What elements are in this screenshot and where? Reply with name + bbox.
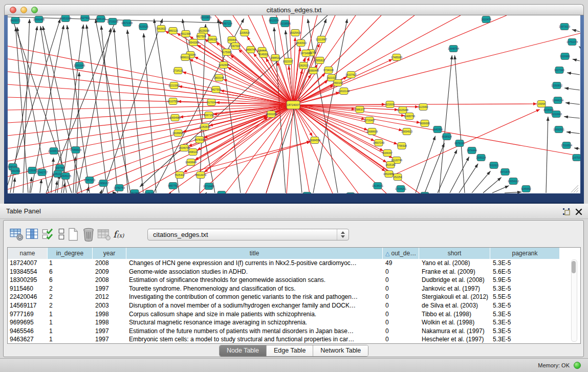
table-cell: Estimation of significance thresholds fo…: [126, 276, 383, 285]
node-label: 1640954: [432, 128, 443, 131]
dropdown-stepper-icon: [337, 229, 349, 240]
node-label: 19218596: [279, 22, 291, 25]
node-label: 16107554: [167, 100, 179, 103]
table-header-row: namein_degreeyeartitle△out_de…shortpager…: [8, 248, 580, 259]
close-panel-icon[interactable]: [575, 208, 583, 216]
table-vertical-scrollbar[interactable]: [571, 259, 577, 342]
table-cell: 0: [383, 310, 419, 319]
node-label: 1027104: [216, 193, 227, 193]
table-row[interactable]: 2242004622012Investigating the contribut…: [8, 293, 580, 301]
node-label: 20053346: [74, 64, 85, 67]
node-label: 18671388: [121, 21, 133, 25]
table-row[interactable]: 1830029562008Estimation of significance …: [8, 276, 580, 285]
table-row[interactable]: 946362711997Embryonic stem cells: a mode…: [8, 335, 580, 344]
node-label: 14138141: [372, 184, 383, 187]
table-cell: 1: [48, 335, 93, 344]
table-cell: 2008: [93, 259, 126, 268]
column-header-pagerank[interactable]: pagerank: [490, 248, 560, 259]
node-label: 12213987: [316, 38, 327, 41]
node-label: 7663822: [156, 27, 166, 30]
table-row[interactable]: 911546021997Tourette syndrome. Phenomeno…: [8, 285, 580, 293]
function-builder-icon[interactable]: f (x): [112, 227, 126, 242]
table-cell: Yano et al. (2008): [419, 259, 490, 268]
scrollbar-thumb[interactable]: [572, 261, 576, 273]
node-label: 9227343: [554, 69, 564, 72]
delete-table-icon[interactable]: [81, 227, 96, 242]
window-title: citations_edges.txt: [5, 6, 583, 14]
node-label: 20691406: [33, 18, 45, 21]
node-label: 17016504: [561, 144, 572, 147]
network-window-titlebar[interactable]: citations_edges.txt: [4, 4, 584, 15]
table-cell: 0: [383, 268, 419, 276]
node-label: 9097587: [55, 166, 65, 169]
column-header-title[interactable]: title: [126, 248, 383, 259]
column-header-year[interactable]: year: [93, 248, 126, 259]
table-cell: 14569117: [8, 301, 48, 310]
table-selector-dropdown[interactable]: citations_edges.txt: [147, 229, 349, 240]
node-label: 19734983: [300, 52, 312, 55]
node-label: 8215953: [543, 108, 554, 112]
table-cell: 2009: [93, 268, 126, 276]
tab-network-table[interactable]: Network Table: [313, 345, 368, 356]
column-header-short[interactable]: short: [419, 248, 490, 259]
table-settings-icon[interactable]: [10, 227, 24, 242]
node-label: 1527602: [80, 16, 90, 19]
node-label: 9245233: [144, 192, 155, 193]
node-label: 12444154: [552, 99, 563, 102]
table-cell: 6: [48, 268, 93, 276]
table-row[interactable]: 969969511998Structural magnetic resonanc…: [8, 318, 580, 327]
tab-edge-table[interactable]: Edge Table: [266, 345, 313, 356]
row-filler: [560, 268, 580, 276]
table-row[interactable]: 1938455462009Genome-wide association stu…: [8, 268, 580, 276]
tab-node-table[interactable]: Node Table: [220, 345, 266, 356]
node-label: 2935114: [476, 156, 486, 159]
column-header-in_degree[interactable]: in_degree: [48, 248, 93, 259]
canvas-resize-grip[interactable]: [571, 185, 578, 192]
table-row[interactable]: 1872400712008Changes of HCN gene express…: [8, 259, 580, 268]
node-label: 2367608: [230, 45, 241, 48]
table-cell: Changes of HCN gene expression and I(f) …: [126, 259, 383, 268]
network-canvas[interactable]: 1872400718325419186409101696175879558126…: [8, 15, 580, 193]
table-row[interactable]: 977716911998Corpus callosum shape and si…: [8, 310, 580, 319]
node-label: 12213363: [168, 84, 180, 87]
row-filler: [560, 335, 580, 344]
table-row[interactable]: 946554611997Estimation of the future num…: [8, 327, 580, 336]
node-label: 8466160: [96, 17, 106, 20]
table-cell: 2: [48, 285, 93, 293]
table-cell: 49: [383, 259, 419, 268]
import-table-icon[interactable]: [97, 227, 111, 242]
select-rows-icon[interactable]: [41, 227, 56, 242]
node-label: 8186328: [207, 38, 217, 41]
node-label: 18724007: [287, 103, 300, 106]
table-browser-icon[interactable]: [25, 227, 39, 242]
table-cell: Franke et al. (2009): [419, 268, 490, 276]
table-cell: 22420046: [8, 293, 48, 301]
network-node[interactable]: [346, 193, 355, 194]
float-window-icon[interactable]: [562, 208, 571, 216]
table-row[interactable]: 1456911722003Disruption of a novel membe…: [8, 301, 580, 310]
node-label: 15958: [538, 102, 545, 105]
node-label: 1610474: [481, 18, 491, 21]
table-cell: 1: [48, 310, 93, 319]
node-label: 16990448: [308, 69, 319, 72]
node-label: 15751074: [567, 40, 578, 43]
node-label: 10654983: [169, 116, 181, 119]
row-filler: [560, 310, 580, 319]
memory-status-label: Memory: OK: [538, 362, 570, 368]
table-cell: 18724007: [8, 259, 48, 268]
node-label: 19166825: [172, 132, 184, 135]
table-cell: 0: [383, 293, 419, 301]
table-cell: 1997: [93, 285, 126, 293]
table-cell: 0: [383, 285, 419, 293]
column-header-name[interactable]: name: [8, 248, 48, 259]
status-bar: Memory: OK: [0, 358, 588, 372]
node-label: 8938924: [442, 135, 452, 138]
table-panel-title: Table Panel: [6, 207, 41, 215]
node-label: 9405572: [10, 19, 20, 22]
row-filler: [560, 285, 580, 293]
new-document-icon[interactable]: [66, 227, 80, 242]
table-cell: Structural magnetic resonance image aver…: [126, 318, 383, 327]
column-header-out_de[interactable]: △out_de…: [383, 248, 419, 259]
table-cell: Nakamura et al. (1997): [419, 327, 490, 336]
node-label: 9115460: [418, 105, 428, 108]
